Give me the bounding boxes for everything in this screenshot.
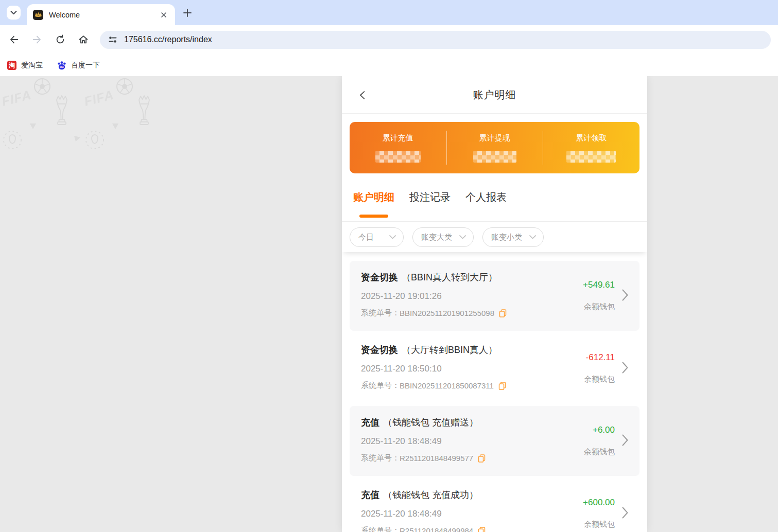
filter-label: 今日	[358, 233, 374, 242]
reload-button[interactable]	[51, 31, 69, 48]
stat-label: 累计提现	[479, 133, 510, 143]
new-tab-button[interactable]	[181, 7, 194, 19]
txn-type: 充值	[361, 489, 379, 501]
tab-title: Welcome	[49, 11, 159, 19]
stat-total-claimed: 累计领取	[543, 122, 639, 173]
txn-type: 资金切换	[361, 344, 398, 356]
page-title: 账户明细	[473, 88, 516, 102]
filters-row: 今日 账变大类 账变小类	[342, 222, 647, 252]
transaction-row[interactable]: 资金切换 （BBIN真人转到大厅） 2025-11-20 19:01:26 系统…	[350, 261, 639, 331]
back-arrow-icon	[8, 34, 20, 45]
chevron-down-icon	[529, 235, 536, 239]
chevron-right-icon	[622, 434, 628, 446]
txn-order-number: BBIN202511201850087311	[400, 381, 494, 390]
url-address-bar[interactable]: 175616.cc/reports/index	[100, 31, 771, 49]
txn-order-label: 系统单号：	[361, 308, 400, 318]
bookmark-baidu[interactable]: du 百度一下	[57, 61, 100, 70]
taobao-icon: 淘	[7, 61, 16, 70]
txn-order-number: R2511201848499984	[400, 526, 473, 532]
txn-wallet: 余额钱包	[584, 375, 615, 384]
copy-order-button[interactable]	[478, 454, 486, 463]
tab-close-button[interactable]	[159, 10, 169, 20]
txn-detail: （大厅转到BBIN真人）	[402, 344, 497, 356]
panel-header: 账户明细	[342, 76, 647, 114]
txn-order-number: R2511201848499577	[400, 454, 473, 463]
filter-label: 账变小类	[491, 233, 522, 242]
txn-wallet: 余额钱包	[583, 520, 615, 529]
forward-arrow-icon	[31, 34, 43, 45]
gold-dragon-icon	[34, 11, 42, 19]
copy-icon	[478, 454, 486, 463]
filter-label: 账变大类	[421, 233, 452, 242]
txn-type: 资金切换	[361, 271, 398, 283]
browser-tab-welcome[interactable]: Welcome	[27, 4, 175, 25]
copy-order-button[interactable]	[498, 382, 506, 390]
filter-minor-category-dropdown[interactable]: 账变小类	[482, 227, 544, 247]
txn-amount: +6.00	[584, 425, 615, 435]
copy-order-button[interactable]	[478, 527, 486, 532]
txn-type: 充值	[361, 416, 379, 429]
transaction-row[interactable]: 资金切换 （大厅转到BBIN真人） 2025-11-20 18:50:10 系统…	[350, 333, 639, 403]
stat-total-deposit: 累计充值	[350, 122, 446, 173]
tab-search-button[interactable]	[7, 6, 21, 20]
copy-icon	[498, 382, 506, 390]
tab-account-detail[interactable]: 账户明细	[353, 190, 394, 221]
stat-value-redacted	[375, 151, 421, 163]
stat-value-redacted	[566, 151, 616, 163]
home-button[interactable]	[75, 31, 92, 48]
transaction-row[interactable]: 充值 （钱能钱包 充值赠送） 2025-11-20 18:48:49 系统单号：…	[350, 406, 639, 476]
page-background: FIFA	[0, 76, 778, 532]
forward-button[interactable]	[28, 31, 46, 48]
tab-bet-records[interactable]: 投注记录	[409, 190, 451, 221]
stat-total-withdrawal: 累计提现	[446, 122, 543, 173]
tab-personal-report[interactable]: 个人报表	[465, 190, 507, 221]
browser-toolbar: 175616.cc/reports/index	[0, 25, 778, 54]
copy-icon	[499, 309, 507, 317]
browser-tabstrip: Welcome	[0, 0, 778, 25]
txn-order-number: BBIN202511201901255098	[400, 309, 494, 317]
transaction-list: 资金切换 （BBIN真人转到大厅） 2025-11-20 19:01:26 系统…	[342, 252, 647, 532]
site-settings-tune-icon	[108, 35, 117, 44]
txn-amount: +600.00	[583, 498, 615, 508]
account-detail-panel: 账户明细 累计充值 累计提现 累计领取 账户明细 投注记录	[342, 76, 647, 532]
stat-label: 累计充值	[383, 133, 413, 143]
txn-time: 2025-11-20 18:50:10	[361, 364, 562, 374]
reload-icon	[55, 34, 66, 45]
txn-amount: +549.61	[583, 280, 615, 290]
chevron-right-icon	[622, 362, 628, 374]
bookmark-label: 百度一下	[71, 61, 100, 70]
panel-top-section: 账户明细 累计充值 累计提现 累计领取 账户明细 投注记录	[342, 76, 647, 252]
copy-icon	[478, 527, 486, 532]
url-text: 175616.cc/reports/index	[124, 35, 212, 44]
bookmarks-bar: 淘 爱淘宝 du 百度一下	[0, 54, 778, 76]
txn-time: 2025-11-20 18:48:49	[361, 436, 562, 447]
cumulative-stats-card: 累计充值 累计提现 累计领取	[350, 122, 639, 173]
txn-order-label: 系统单号：	[361, 381, 400, 391]
chevron-down-icon	[389, 235, 396, 239]
svg-text:du: du	[60, 65, 64, 68]
txn-amount: -612.11	[584, 352, 615, 363]
bookmark-label: 爱淘宝	[21, 61, 43, 70]
page-back-button[interactable]	[356, 88, 370, 102]
chevron-down-icon	[459, 235, 466, 239]
chevron-right-icon	[622, 507, 628, 519]
txn-time: 2025-11-20 19:01:26	[361, 291, 562, 302]
copy-order-button[interactable]	[499, 309, 507, 317]
txn-order-label: 系统单号：	[361, 453, 400, 463]
txn-time: 2025-11-20 18:48:49	[361, 509, 562, 519]
chevron-right-icon	[622, 289, 628, 301]
site-favicon	[33, 10, 43, 20]
back-button[interactable]	[5, 31, 23, 48]
filter-major-category-dropdown[interactable]: 账变大类	[412, 227, 474, 247]
txn-order-label: 系统单号：	[361, 526, 400, 532]
bookmark-aitaobao[interactable]: 淘 爱淘宝	[7, 61, 43, 70]
transaction-row[interactable]: 充值 （钱能钱包 充值成功） 2025-11-20 18:48:49 系统单号：…	[350, 478, 639, 532]
stat-value-redacted	[473, 151, 516, 163]
report-tabs: 账户明细 投注记录 个人报表	[342, 173, 647, 222]
txn-detail: （BBIN真人转到大厅）	[402, 271, 497, 283]
filter-date-dropdown[interactable]: 今日	[350, 227, 404, 247]
fifa-watermark-pattern: FIFA	[0, 76, 154, 153]
stat-label: 累计领取	[576, 133, 607, 143]
txn-detail: （钱能钱包 充值赠送）	[383, 416, 478, 429]
chevron-down-icon	[7, 6, 21, 20]
